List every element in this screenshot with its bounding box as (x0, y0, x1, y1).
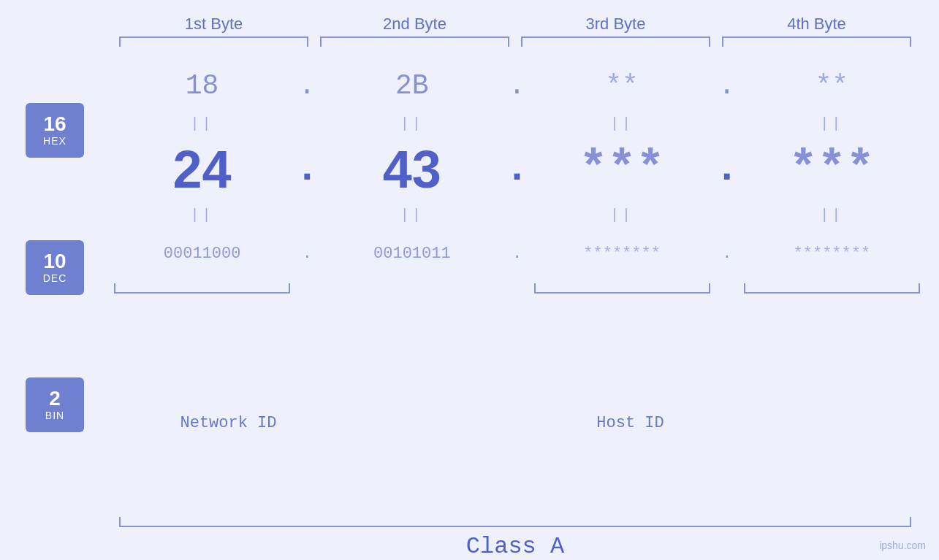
hex-b4-value: ** (816, 70, 849, 101)
dec-b2-value: 43 (383, 140, 441, 199)
hex-badge: 16 HEX (26, 103, 84, 158)
dec-dot2: . (506, 145, 528, 193)
eq2-b2: || (318, 207, 506, 223)
equals-row-2: || || || || (102, 202, 932, 228)
eq2-b3: || (528, 207, 716, 223)
bin-dot3: . (716, 245, 738, 263)
top-brackets (0, 37, 939, 47)
hex-base-label: HEX (43, 135, 66, 147)
hex-b2-value: 2B (395, 70, 429, 101)
bracket-byte2 (320, 37, 509, 47)
bin-base-label: BIN (45, 410, 64, 421)
bin-dot3-sym: . (722, 245, 731, 263)
dec-dot2-sym: . (505, 145, 529, 193)
class-section: Class A (0, 517, 939, 560)
class-label: Class A (113, 533, 917, 560)
hex-b3: ** (528, 70, 716, 101)
eq1-b1-sym: || (191, 115, 214, 132)
network-bracket-line (114, 283, 290, 294)
hex-b4: ** (738, 70, 926, 101)
dec-b1: 24 (108, 143, 296, 196)
hex-b2: 2B (318, 70, 506, 101)
main-container: 1st Byte 2nd Byte 3rd Byte 4th Byte 16 H… (0, 0, 939, 560)
bin-b4: ******** (738, 245, 926, 263)
dec-b4: *** (738, 142, 926, 196)
dec-b2: 43 (318, 143, 506, 196)
bottom-brackets (102, 283, 932, 294)
hex-dot2: . (506, 70, 528, 101)
bin-b2: 00101011 (318, 245, 506, 263)
left-labels: 16 HEX 10 DEC 2 BIN (7, 54, 102, 517)
dec-b1-value: 24 (173, 140, 232, 199)
hex-dot3: . (716, 70, 738, 101)
hex-dot1-sym: . (299, 70, 316, 101)
eq2-b3-sym: || (610, 207, 634, 223)
byte4-header: 4th Byte (716, 15, 917, 34)
hex-dot1: . (296, 70, 318, 101)
bin-b1-value: 00011000 (164, 245, 241, 263)
byte1-header: 1st Byte (113, 15, 314, 34)
bin-b4-value: ******** (794, 245, 871, 263)
eq1-b4-sym: || (820, 115, 843, 132)
bin-b3-value: ******** (583, 245, 661, 263)
hex-dot3-sym: . (718, 70, 735, 101)
byte2-header: 2nd Byte (314, 15, 515, 34)
dec-dot3-sym: . (715, 145, 739, 193)
eq2-b1-sym: || (191, 207, 214, 223)
hex-b1-value: 18 (186, 70, 219, 101)
dec-dot1-sym: . (295, 145, 319, 193)
eq1-b2-sym: || (400, 115, 424, 132)
dec-badge: 10 DEC (26, 240, 84, 295)
eq1-b3: || (528, 115, 716, 132)
dec-b4-value: *** (789, 142, 875, 196)
eq2-b4: || (738, 207, 926, 223)
hex-row: 18 . 2B . ** . ** (102, 60, 932, 111)
eq1-b2: || (318, 115, 506, 132)
dec-dot1: . (296, 145, 318, 193)
bracket-byte1 (119, 37, 308, 47)
byte3-header: 3rd Byte (515, 15, 716, 34)
main-grid: 16 HEX 10 DEC 2 BIN 18 . (0, 54, 939, 517)
network-id-bracket (108, 283, 296, 294)
class-bracket-line (119, 517, 911, 527)
dec-base-number: 10 (43, 250, 66, 273)
bin-dot1: . (296, 245, 318, 263)
eq2-b1: || (108, 207, 296, 223)
eq1-b1: || (108, 115, 296, 132)
eq1-b4: || (738, 115, 926, 132)
eq2-b2-sym: || (400, 207, 424, 223)
right-content: 18 . 2B . ** . ** (102, 54, 932, 517)
bin-b1: 00011000 (108, 245, 296, 263)
bin-b2-value: 00101011 (373, 245, 451, 263)
bin-dot2-sym: . (512, 245, 522, 263)
bracket-byte4 (722, 37, 911, 47)
dec-dot3: . (716, 145, 738, 193)
equals-row-1: || || || || (102, 111, 932, 137)
host-id-bracket (528, 283, 716, 294)
dec-b3: *** (528, 142, 716, 196)
bin-base-number: 2 (49, 388, 61, 410)
bin-dot2: . (506, 245, 528, 263)
bin-row: 00011000 . 00101011 . ******** . (102, 228, 932, 279)
hex-b1: 18 (108, 70, 296, 101)
bin-b3: ******** (528, 245, 716, 263)
hex-b3-value: ** (605, 70, 639, 101)
bin-badge: 2 BIN (26, 377, 84, 432)
bracket-byte3 (521, 37, 710, 47)
hex-base-number: 16 (43, 113, 66, 136)
byte-headers: 1st Byte 2nd Byte 3rd Byte 4th Byte (0, 15, 939, 34)
eq1-b3-sym: || (610, 115, 634, 132)
host-bracket-line (534, 283, 710, 294)
dec-base-label: DEC (43, 272, 67, 284)
dec-row: 24 . 43 . *** . *** (102, 137, 932, 202)
bin-dot1-sym: . (303, 245, 312, 263)
eq2-b4-sym: || (820, 207, 843, 223)
dec-b3-value: *** (579, 142, 665, 196)
watermark: ipshu.com (879, 540, 926, 551)
hex-dot2-sym: . (509, 70, 525, 101)
